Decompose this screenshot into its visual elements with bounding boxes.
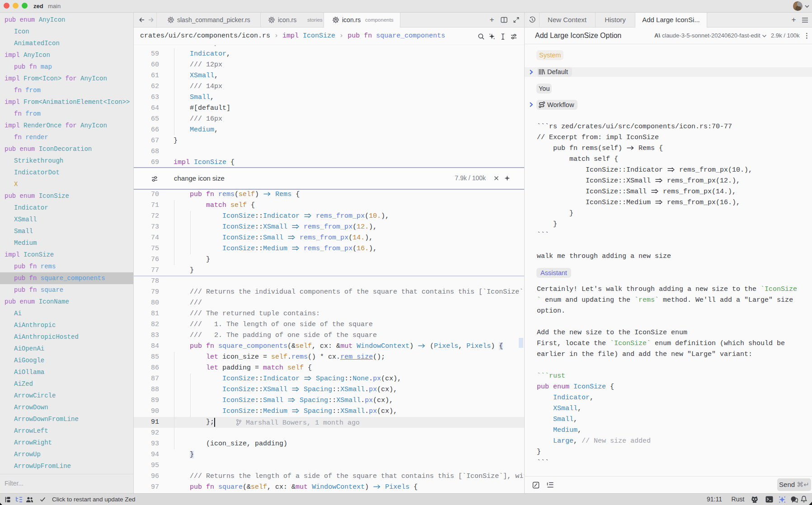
svg-text:R: R [169, 18, 172, 22]
svg-text:R: R [270, 18, 273, 22]
svg-text:R: R [334, 18, 337, 22]
